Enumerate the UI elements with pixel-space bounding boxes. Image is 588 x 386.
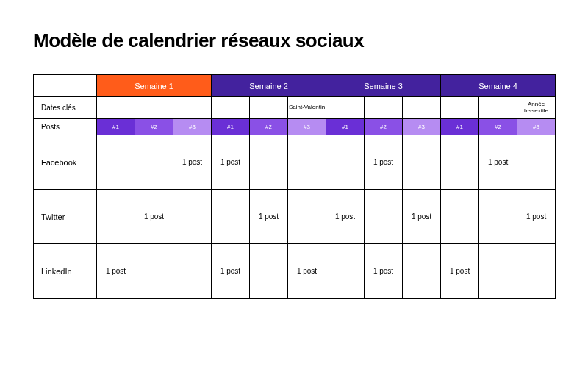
post-slot-2: #2 [135, 119, 173, 135]
post-slot-3: #3 [403, 119, 441, 135]
plan-cell [288, 190, 326, 244]
plan-cell: 1 post [517, 190, 556, 244]
posts-header-row: Posts #1 #2 #3 #1 #2 #3 #1 #2 #3 #1 #2 #… [34, 119, 556, 135]
key-dates-label: Dates clés [34, 97, 97, 119]
plan-cell [173, 190, 212, 244]
plan-cell: 1 post [441, 244, 479, 299]
plan-cell [403, 244, 441, 299]
platform-label: Twitter [34, 190, 97, 244]
platform-label: LinkedIn [34, 244, 97, 299]
key-date-cell: Année bissextile [517, 97, 556, 119]
plan-cell: 1 post [365, 135, 403, 190]
plan-cell [173, 244, 212, 299]
platform-label: Facebook [34, 135, 97, 190]
key-date-cell [365, 97, 403, 119]
post-slot-1: #1 [212, 119, 250, 135]
plan-cell [326, 135, 365, 190]
plan-cell [365, 190, 403, 244]
calendar-table: Semaine 1 Semaine 2 Semaine 3 Semaine 4 … [33, 74, 556, 299]
post-slot-3: #3 [288, 119, 326, 135]
plan-cell [97, 190, 135, 244]
plan-cell: 1 post [173, 135, 212, 190]
page-title: Modèle de calendrier réseaux sociaux [33, 29, 555, 52]
plan-cell: 1 post [365, 244, 403, 299]
post-slot-1: #1 [441, 119, 479, 135]
plan-cell [441, 135, 479, 190]
post-slot-1: #1 [326, 119, 365, 135]
plan-cell: 1 post [135, 190, 173, 244]
post-slot-2: #2 [250, 119, 288, 135]
key-date-cell [326, 97, 365, 119]
plan-cell [326, 244, 365, 299]
plan-cell [135, 135, 173, 190]
header-blank [34, 75, 97, 97]
plan-cell [97, 135, 135, 190]
platform-row-linkedin: LinkedIn 1 post 1 post 1 post 1 post 1 p… [34, 244, 556, 299]
plan-cell: 1 post [212, 244, 250, 299]
table-header-row: Semaine 1 Semaine 2 Semaine 3 Semaine 4 [34, 75, 556, 97]
plan-cell: 1 post [479, 135, 517, 190]
plan-cell: 1 post [326, 190, 365, 244]
key-date-cell: Saint-Valentin [288, 97, 326, 119]
posts-label: Posts [34, 119, 97, 135]
post-slot-3: #3 [517, 119, 556, 135]
key-date-cell [250, 97, 288, 119]
plan-cell [517, 244, 556, 299]
header-week-1: Semaine 1 [97, 75, 212, 97]
post-slot-3: #3 [173, 119, 212, 135]
plan-cell: 1 post [250, 190, 288, 244]
plan-cell [250, 135, 288, 190]
plan-cell [288, 135, 326, 190]
plan-cell [441, 190, 479, 244]
post-slot-2: #2 [365, 119, 403, 135]
header-week-2: Semaine 2 [212, 75, 326, 97]
key-date-cell [212, 97, 250, 119]
plan-cell [517, 135, 556, 190]
header-week-3: Semaine 3 [326, 75, 441, 97]
plan-cell [250, 244, 288, 299]
key-date-cell [403, 97, 441, 119]
plan-cell [479, 244, 517, 299]
plan-cell [135, 244, 173, 299]
key-dates-row: Dates clés Saint-Valentin Année bissexti… [34, 97, 556, 119]
plan-cell: 1 post [403, 190, 441, 244]
key-date-cell [173, 97, 212, 119]
plan-cell [403, 135, 441, 190]
plan-cell: 1 post [288, 244, 326, 299]
plan-cell [212, 190, 250, 244]
platform-row-twitter: Twitter 1 post 1 post 1 post 1 post 1 po… [34, 190, 556, 244]
key-date-cell [441, 97, 479, 119]
platform-row-facebook: Facebook 1 post 1 post 1 post 1 post [34, 135, 556, 190]
post-slot-1: #1 [97, 119, 135, 135]
key-date-cell [135, 97, 173, 119]
header-week-4: Semaine 4 [441, 75, 556, 97]
key-date-cell [479, 97, 517, 119]
post-slot-2: #2 [479, 119, 517, 135]
key-date-cell [97, 97, 135, 119]
plan-cell: 1 post [212, 135, 250, 190]
plan-cell [479, 190, 517, 244]
plan-cell: 1 post [97, 244, 135, 299]
